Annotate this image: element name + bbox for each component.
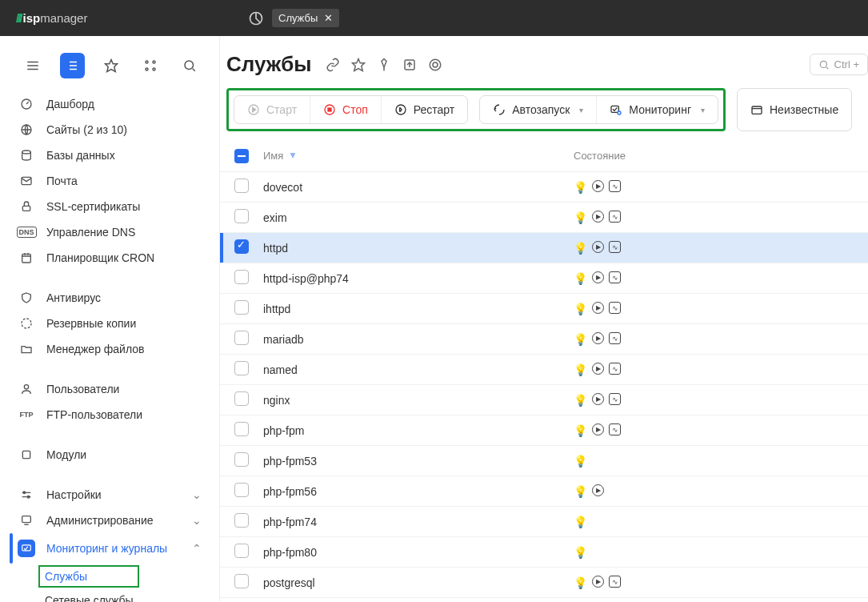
service-name: httpd-isp@php74 [263, 272, 574, 285]
dashboard-icon [18, 98, 35, 110]
table-row[interactable]: nginx💡▶∿ [220, 385, 868, 415]
sidebar-sub-services[interactable]: Службы [38, 565, 139, 588]
sidebar-item-label: Управление DNS [46, 226, 135, 239]
restart-button[interactable]: Рестарт [382, 96, 467, 123]
monitoring-icon: ∿ [609, 211, 621, 223]
sidebar-item-admin[interactable]: Администрирование⌄ [0, 508, 219, 533]
pin-icon[interactable] [377, 58, 391, 72]
stop-label: Стоп [342, 103, 368, 116]
sidebar-item-user[interactable]: Пользователи [0, 376, 219, 402]
stop-button[interactable]: Стоп [310, 96, 382, 123]
sidebar-item-puzzle[interactable]: Модули [0, 442, 219, 468]
row-checkbox[interactable] [234, 483, 249, 497]
export-icon[interactable] [402, 58, 417, 72]
table-row[interactable]: httpd💡▶∿ [220, 233, 868, 263]
bulb-icon: 💡 [574, 423, 587, 437]
menu-icon[interactable] [21, 53, 46, 78]
row-checkbox[interactable] [234, 179, 249, 193]
row-checkbox[interactable] [234, 513, 249, 528]
table-row[interactable]: ihttpd💡▶∿ [220, 294, 868, 324]
sidebar-item-label: Пользователи [46, 383, 119, 395]
sidebar-item-shield[interactable]: Антивирус [0, 285, 219, 311]
table-row[interactable]: proftpd💡▶∿ [220, 598, 868, 602]
star-icon[interactable] [351, 58, 366, 72]
service-state: 💡▶∿ [574, 271, 862, 285]
svg-rect-15 [22, 451, 30, 458]
close-icon[interactable]: ✕ [324, 12, 333, 24]
sidebar-sub-item[interactable]: Сетевые службы [0, 589, 219, 602]
database-icon [18, 149, 35, 162]
service-name: exim [263, 211, 574, 224]
row-checkbox[interactable] [234, 300, 249, 315]
sidebar-item-monitor[interactable]: Мониторинг и журналы⌃ [0, 533, 219, 564]
table-row[interactable]: named💡▶∿ [220, 355, 868, 385]
service-state: 💡▶∿ [574, 332, 862, 346]
pie-icon[interactable] [248, 10, 264, 26]
service-state: 💡 [574, 545, 862, 559]
row-checkbox[interactable] [234, 209, 249, 223]
start-button[interactable]: Старт [234, 96, 310, 123]
monitoring-icon: ∿ [609, 393, 621, 405]
sidebar-item-mail[interactable]: Почта [0, 168, 219, 194]
sidebar: ДашбордСайты (2 из 10)Базы данныхПочтаSS… [0, 36, 220, 602]
folder-icon [18, 343, 35, 355]
sidebar-item-lock[interactable]: SSL-сертификаты [0, 194, 219, 219]
monitoring-button[interactable]: Мониторинг ▾ [597, 96, 718, 123]
apps-icon[interactable] [138, 53, 162, 78]
table-row[interactable]: httpd-isp@php74💡▶∿ [220, 263, 868, 294]
sidebar-item-backup[interactable]: Резервные копии [0, 311, 219, 336]
page-title: Службы [226, 52, 311, 77]
row-checkbox[interactable] [234, 270, 249, 284]
restart-label: Рестарт [414, 103, 454, 116]
chevron-up-icon: ⌃ [192, 542, 202, 555]
svg-point-23 [433, 62, 438, 67]
sidebar-item-globe[interactable]: Сайты (2 из 10) [0, 117, 219, 142]
autostart-icon: ▶ [592, 241, 604, 253]
row-checkbox[interactable] [234, 331, 249, 345]
autostart-button[interactable]: Автозапуск ▾ [480, 96, 597, 123]
help-icon[interactable] [428, 58, 442, 72]
table-row[interactable]: postgresql💡▶∿ [220, 568, 868, 598]
tab-services[interactable]: Службы ✕ [272, 9, 339, 27]
col-name[interactable]: Имя [263, 150, 574, 162]
row-checkbox[interactable] [234, 422, 249, 436]
autostart-icon: ▶ [592, 484, 604, 496]
table-row[interactable]: exim💡▶∿ [220, 203, 868, 233]
table-row[interactable]: php-fpm80💡 [220, 537, 868, 568]
star-icon[interactable] [99, 53, 124, 78]
row-checkbox[interactable] [234, 574, 249, 588]
select-all[interactable] [234, 147, 263, 163]
sidebar-item-sliders[interactable]: Настройки⌄ [0, 482, 219, 508]
svg-point-13 [22, 319, 31, 328]
table-row[interactable]: mariadb💡▶∿ [220, 324, 868, 355]
search-input[interactable]: Ctrl + [810, 54, 868, 75]
svg-point-22 [430, 59, 442, 70]
table-row[interactable]: dovecot💡▶∿ [220, 172, 868, 203]
row-checkbox[interactable] [234, 239, 249, 254]
sidebar-item-ftp[interactable]: FTPFTP-пользователи [0, 402, 219, 427]
unknown-button[interactable]: Неизвестные [738, 89, 851, 130]
table-row[interactable]: php-fpm53💡 [220, 446, 868, 476]
row-checkbox[interactable] [234, 544, 249, 558]
table-row[interactable]: php-fpm74💡 [220, 507, 868, 537]
sidebar-item-label: Настройки [46, 488, 102, 501]
sidebar-item-database[interactable]: Базы данных [0, 142, 219, 168]
row-checkbox[interactable] [234, 361, 249, 375]
col-state[interactable]: Состояние [574, 150, 862, 162]
link-icon[interactable] [326, 58, 340, 72]
lock-icon [18, 200, 35, 213]
table-row[interactable]: php-fpm💡▶∿ [220, 415, 868, 446]
row-checkbox[interactable] [234, 391, 249, 406]
search-icon[interactable] [177, 53, 202, 78]
bulb-icon: 💡 [574, 484, 587, 498]
sidebar-item-dns[interactable]: DNSУправление DNS [0, 219, 219, 245]
sidebar-item-dashboard[interactable]: Дашборд [0, 91, 219, 117]
list-icon[interactable] [60, 53, 85, 78]
sidebar-item-calendar[interactable]: Планировщик CRON [0, 245, 219, 271]
logo[interactable]: /// ispmanager [16, 11, 87, 25]
sidebar-item-folder[interactable]: Менеджер файлов [0, 336, 219, 362]
row-checkbox[interactable] [234, 452, 249, 467]
service-name: named [263, 363, 574, 376]
svg-point-3 [153, 61, 155, 63]
table-row[interactable]: php-fpm56💡▶ [220, 476, 868, 507]
